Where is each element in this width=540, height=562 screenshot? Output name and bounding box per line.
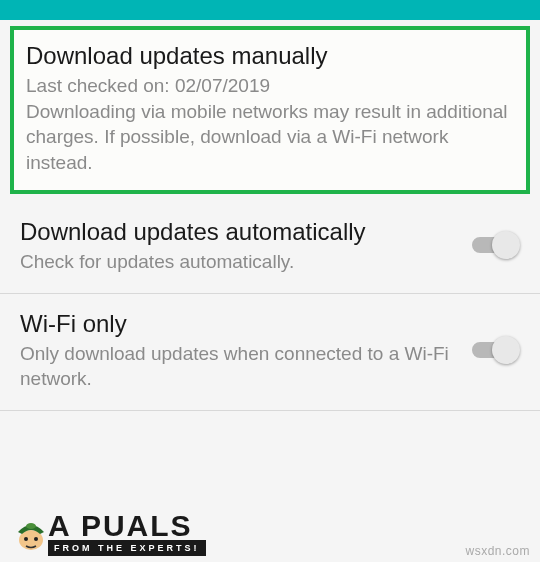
status-bar	[0, 0, 540, 20]
wifi-only-item[interactable]: Wi-Fi only Only download updates when co…	[0, 294, 540, 411]
download-manually-item[interactable]: Download updates manually Last checked o…	[10, 26, 530, 194]
watermark: wsxdn.com	[465, 544, 530, 558]
svg-point-1	[26, 523, 36, 529]
svg-point-2	[24, 537, 28, 541]
brand-mascot-icon	[10, 514, 52, 556]
download-auto-toggle[interactable]	[464, 230, 520, 260]
wifi-only-title: Wi-Fi only	[20, 308, 454, 339]
download-manually-title: Download updates manually	[26, 40, 514, 71]
brand-logo: A PUALS FROM THE EXPERTS!	[10, 512, 206, 557]
svg-point-3	[34, 537, 38, 541]
download-auto-item[interactable]: Download updates automatically Check for…	[0, 202, 540, 294]
wifi-only-description: Only download updates when connected to …	[20, 341, 454, 392]
download-manually-description: Downloading via mobile networks may resu…	[26, 99, 514, 176]
download-auto-title: Download updates automatically	[20, 216, 410, 247]
brand-name: A PUALS	[48, 512, 206, 541]
download-auto-description: Check for updates automatically.	[20, 249, 454, 275]
download-manually-last-checked: Last checked on: 02/07/2019	[26, 73, 514, 99]
wifi-only-toggle[interactable]	[464, 335, 520, 365]
brand-tagline: FROM THE EXPERTS!	[48, 540, 206, 556]
settings-list: Download updates manually Last checked o…	[0, 26, 540, 411]
